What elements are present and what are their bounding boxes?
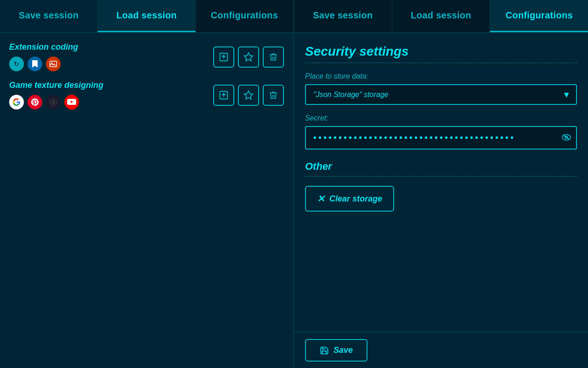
session-info-1: Extension coding ↻	[9, 42, 78, 71]
other-divider	[305, 176, 577, 177]
storage-label: Place to store data:	[305, 72, 577, 80]
session-item-1: Extension coding ↻	[9, 42, 284, 71]
save-icon	[320, 346, 329, 355]
delete-btn-1[interactable]	[263, 46, 284, 68]
session-name-2: Game texture designing	[9, 80, 103, 90]
right-panel: Save session Load session Configurations…	[294, 0, 588, 368]
storage-wrapper: "Json Storage" storage Local storage Syn…	[305, 84, 577, 105]
right-tab-save[interactable]: Save session	[294, 0, 392, 32]
save-button[interactable]: Save	[305, 339, 368, 362]
toggle-secret-btn[interactable]	[561, 132, 571, 143]
svg-point-5	[51, 100, 56, 104]
right-footer: Save	[294, 332, 588, 368]
clear-storage-label: Clear storage	[329, 194, 382, 204]
star-btn-1[interactable]	[238, 46, 259, 68]
right-tab-load[interactable]: Load session	[392, 0, 491, 32]
favicon-reload: ↻	[9, 57, 24, 71]
right-tab-config[interactable]: Configurations	[490, 0, 588, 32]
favicon-google	[9, 95, 24, 109]
session-name-1: Extension coding	[9, 42, 78, 52]
session-actions-1	[213, 46, 284, 68]
left-tab-config[interactable]: Configurations	[196, 0, 293, 32]
storage-select[interactable]: "Json Storage" storage Local storage Syn…	[305, 84, 577, 105]
left-tab-bar: Save session Load session Configurations	[0, 0, 293, 33]
save-label: Save	[334, 345, 353, 355]
left-panel: Save session Load session Configurations…	[0, 0, 294, 368]
clear-x-icon: ✕	[317, 193, 325, 204]
svg-marker-3	[244, 52, 253, 60]
session-icons-2	[9, 95, 103, 109]
left-tab-load[interactable]: Load session	[98, 0, 196, 32]
favicon-pinterest	[28, 95, 42, 109]
delete-btn-2[interactable]	[263, 85, 284, 106]
session-icons-1: ↻	[9, 57, 78, 71]
secret-wrapper	[305, 126, 577, 150]
svg-line-10	[563, 135, 570, 140]
left-tab-save[interactable]: Save session	[0, 0, 98, 32]
svg-marker-7	[244, 91, 253, 98]
secret-label: Secret:	[305, 114, 577, 122]
session-info-2: Game texture designing	[9, 80, 103, 109]
security-title: Security settings	[305, 44, 577, 59]
clear-storage-btn[interactable]: ✕ Clear storage	[305, 186, 394, 212]
right-content: Security settings Place to store data: "…	[294, 33, 588, 332]
favicon-image	[46, 57, 61, 71]
right-tab-bar: Save session Load session Configurations	[294, 0, 588, 33]
favicon-youtube	[64, 95, 79, 109]
secret-input[interactable]	[305, 126, 577, 150]
other-title: Other	[305, 161, 577, 172]
session-item-2: Game texture designing	[9, 80, 284, 109]
security-divider	[305, 63, 577, 63]
upload-btn-2[interactable]	[213, 85, 234, 106]
favicon-bookmark	[28, 57, 42, 71]
left-content: Extension coding ↻	[0, 33, 293, 368]
session-actions-2	[213, 85, 284, 106]
star-btn-2[interactable]	[238, 85, 259, 106]
favicon-circle	[46, 95, 61, 109]
upload-btn-1[interactable]	[213, 46, 234, 68]
